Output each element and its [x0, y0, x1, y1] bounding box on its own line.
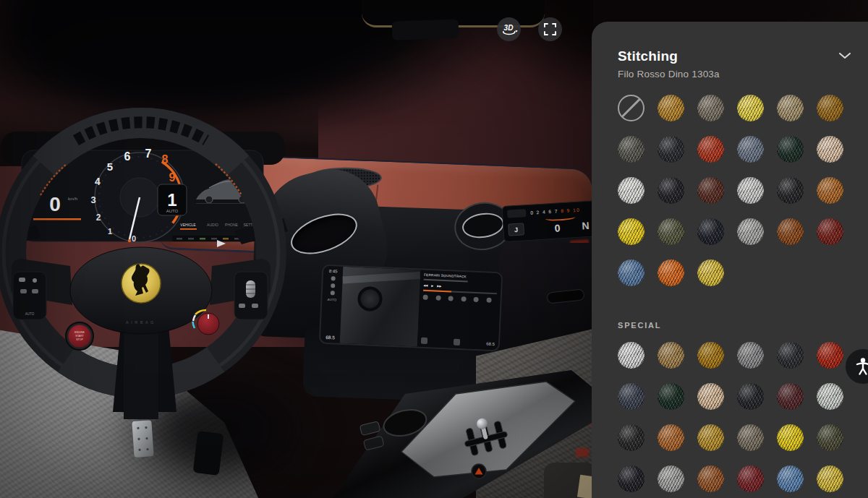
stitching-swatch[interactable]: [817, 95, 843, 121]
stitching-swatch[interactable]: [777, 95, 804, 121]
stitching-swatch[interactable]: [697, 177, 724, 204]
passenger-tach-scale: 0 2 4 6 7 8 9 10: [530, 207, 581, 215]
stitching-swatch[interactable]: [737, 465, 764, 492]
stitching-swatch[interactable]: [777, 177, 804, 204]
stitching-swatch[interactable]: [817, 342, 843, 369]
mini-steering-wheel: [357, 286, 383, 312]
cluster-menu-item: AUDIO: [207, 223, 218, 227]
stitching-swatch[interactable]: [618, 259, 644, 286]
stitching-swatch[interactable]: [658, 342, 684, 369]
rotate-3d-button[interactable]: 3D: [497, 17, 521, 41]
passenger-display: J 0 2 4 6 7 8 9 10 0 N: [502, 200, 603, 242]
stitching-swatch[interactable]: [658, 95, 684, 121]
temp-left[interactable]: 68.5: [326, 335, 335, 340]
passenger-tach-white: 0 2 4 6 7: [530, 208, 558, 215]
stitching-swatch[interactable]: [737, 95, 764, 121]
stitching-swatch[interactable]: [777, 383, 804, 410]
stitching-swatch[interactable]: [817, 465, 843, 492]
stitching-none-swatch[interactable]: [618, 95, 644, 121]
speed-unit: km/h: [68, 197, 77, 201]
passenger-display-widget: [507, 209, 527, 218]
stitching-swatch[interactable]: [618, 177, 644, 204]
stitching-swatch[interactable]: [658, 383, 684, 410]
center-console: [311, 360, 593, 498]
wheel-right-button-pod[interactable]: [234, 272, 268, 319]
rotate-3d-label: 3D: [503, 24, 513, 32]
stitching-swatch[interactable]: [658, 218, 684, 245]
stitching-swatch[interactable]: [697, 95, 724, 121]
stitching-swatch[interactable]: [777, 218, 804, 245]
engine-button-line: STOP: [76, 338, 83, 341]
stitching-swatch[interactable]: [618, 136, 644, 163]
stitching-swatch[interactable]: [618, 383, 644, 410]
panel-title: Stitching: [618, 48, 720, 64]
stitching-swatch[interactable]: [777, 465, 804, 492]
stitching-swatch[interactable]: [817, 136, 843, 163]
passenger-tach-orange: 8 9 10: [561, 207, 580, 214]
temp-right[interactable]: 68.5: [486, 341, 495, 346]
stitching-swatch[interactable]: [697, 383, 724, 410]
stitching-swatch[interactable]: [618, 218, 644, 245]
stitching-swatch[interactable]: [658, 177, 684, 204]
tach-number: 5: [107, 160, 113, 173]
cluster-menu-underline: [180, 228, 197, 230]
stitching-swatch[interactable]: [658, 465, 684, 492]
seat-climate-icon[interactable]: [454, 339, 460, 345]
engine-start-button[interactable]: ENGINE START STOP: [66, 322, 93, 350]
speed-underline: [33, 218, 81, 220]
stitching-swatch[interactable]: [697, 136, 724, 163]
selected-stitching-name: Filo Rosso Dino 1303a: [618, 69, 720, 80]
touchscreen-icon[interactable]: [330, 291, 334, 295]
touchscreen-car-view: [340, 267, 421, 347]
stitching-swatch[interactable]: [817, 383, 843, 410]
stitching-swatch[interactable]: [697, 342, 724, 369]
media-progress-bar[interactable]: [423, 290, 497, 294]
chevron-down-icon[interactable]: [839, 53, 851, 59]
tach-number: 7: [145, 147, 152, 160]
climate-icon-row[interactable]: [423, 295, 497, 303]
stitching-swatch[interactable]: [777, 342, 804, 369]
stitching-panel: Stitching Filo Rosso Dino 1303a SPECIAL: [592, 22, 868, 498]
stitching-swatch[interactable]: [737, 218, 764, 245]
stitching-swatch[interactable]: [737, 136, 764, 163]
wheel-left-button-pod[interactable]: AUTO: [13, 272, 46, 319]
stitching-swatch[interactable]: [777, 424, 804, 451]
tach-needle-tip: [128, 239, 131, 242]
touchscreen-time: 8:45: [329, 269, 338, 274]
next-track-icon[interactable]: ▸▸: [437, 283, 441, 288]
touchscreen-icon[interactable]: [331, 283, 335, 288]
stitching-swatch[interactable]: [658, 259, 684, 286]
climate-bottom-row: 68.5: [421, 338, 495, 347]
stitching-swatch[interactable]: [697, 465, 724, 492]
auto-lights-label: AUTO: [25, 312, 35, 316]
stitching-swatch[interactable]: [618, 342, 644, 369]
stitching-swatch[interactable]: [737, 383, 764, 410]
stitching-swatch[interactable]: [737, 177, 764, 204]
stitching-swatch[interactable]: [697, 218, 724, 245]
stitching-swatch[interactable]: [618, 465, 644, 492]
stitching-swatch[interactable]: [697, 259, 724, 286]
fullscreen-button[interactable]: [538, 17, 562, 41]
stitching-swatch[interactable]: [817, 424, 843, 451]
throttle-pedal: [132, 420, 153, 458]
seat-climate-icon[interactable]: [421, 338, 427, 344]
play-icon[interactable]: ▸: [431, 283, 433, 288]
manettino-switch[interactable]: [193, 310, 220, 335]
stitching-swatch[interactable]: [817, 218, 843, 245]
panel-header[interactable]: Stitching Filo Rosso Dino 1303a: [618, 48, 851, 80]
rotate-3d-icon: 3D: [501, 22, 518, 38]
stitching-swatch[interactable]: [817, 177, 843, 204]
stitching-swatch[interactable]: [777, 136, 804, 163]
prev-track-icon[interactable]: ◂◂: [423, 283, 427, 288]
hvac-auto-label: AUTO: [328, 298, 337, 302]
stitching-swatch[interactable]: [737, 342, 764, 369]
stitching-swatch[interactable]: [737, 424, 764, 451]
mirror-camera-pod: [392, 19, 459, 40]
stitching-swatch[interactable]: [697, 424, 724, 451]
center-touchscreen[interactable]: 8:45 AUTO 68.5 FERRARI SOUNDTRACK ◂◂ ▸ ▸…: [319, 265, 503, 352]
stitching-swatch[interactable]: [618, 424, 644, 451]
stitching-swatch[interactable]: [658, 424, 684, 451]
touchscreen-icon[interactable]: [331, 276, 335, 280]
stitching-swatch[interactable]: [658, 136, 684, 163]
configurator-app: J 0 2 4 6 7 8 9 10 0 N: [0, 0, 868, 498]
